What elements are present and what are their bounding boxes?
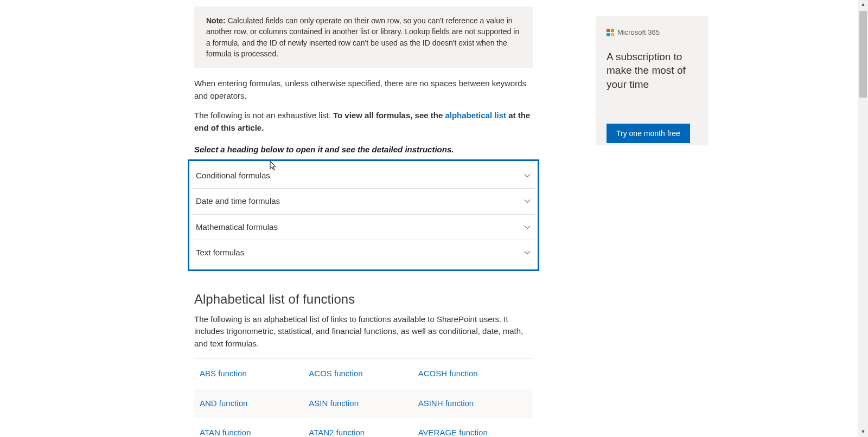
accordion-label: Date and time formulas xyxy=(196,195,280,208)
note-label: Note: xyxy=(206,16,226,25)
function-link[interactable]: ACOSH function xyxy=(418,369,478,378)
accordion-label: Conditional formulas xyxy=(196,170,270,182)
scrollbar-thumb[interactable] xyxy=(859,11,867,98)
exhaustive-pre: The following is not an exhaustive list. xyxy=(194,111,333,120)
function-link[interactable]: ASIN function xyxy=(309,399,359,408)
brand-text: Microsoft 365 xyxy=(617,27,660,38)
article-content: Note: Calculated fields can only operate… xyxy=(194,0,533,437)
try-one-month-free-button[interactable]: Try one month free xyxy=(607,124,690,143)
vertical-scrollbar[interactable]: ▲ ▼ xyxy=(858,0,868,437)
function-link[interactable]: ATAN2 function xyxy=(309,428,365,437)
function-link[interactable]: ABS function xyxy=(200,369,247,378)
chevron-down-icon xyxy=(524,249,531,256)
function-link[interactable]: ACOS function xyxy=(309,369,362,378)
accordion-date-time-formulas[interactable]: Date and time formulas xyxy=(193,189,534,215)
section-description: The following is an alphabetical list of… xyxy=(194,313,533,350)
function-link[interactable]: ATAN function xyxy=(200,428,251,437)
note-box: Note: Calculated fields can only operate… xyxy=(194,7,533,68)
note-text: Calculated fields can only operate on th… xyxy=(206,16,519,58)
sidebar-title: A subscription to make the most of your … xyxy=(607,50,698,92)
scroll-up-arrow-icon[interactable]: ▲ xyxy=(858,0,868,10)
table-row: ATAN function ATAN2 function AVERAGE fun… xyxy=(194,418,533,437)
function-link[interactable]: AVERAGE function xyxy=(418,428,488,437)
chevron-down-icon xyxy=(524,197,531,205)
function-link[interactable]: ASINH function xyxy=(418,399,474,408)
accordion-text-formulas[interactable]: Text formulas xyxy=(193,240,534,266)
paragraph-exhaustive: The following is not an exhaustive list.… xyxy=(194,110,533,134)
sidebar-promo: Microsoft 365 A subscription to make the… xyxy=(596,16,709,145)
accordion-label: Mathematical formulas xyxy=(196,221,278,234)
chevron-down-icon xyxy=(524,172,531,179)
table-row: ABS function ACOS function ACOSH functio… xyxy=(194,359,533,389)
select-heading: Select a heading below to open it and se… xyxy=(194,144,533,156)
accordion-label: Text formulas xyxy=(196,247,244,259)
accordion-conditional-formulas[interactable]: Conditional formulas xyxy=(193,163,534,189)
alphabetical-list-link[interactable]: alphabetical list xyxy=(445,111,506,120)
table-row: AND function ASIN function ASINH functio… xyxy=(194,389,533,419)
scroll-down-arrow-icon[interactable]: ▼ xyxy=(858,427,868,437)
microsoft-365-brand: Microsoft 365 xyxy=(607,27,698,38)
paragraph-spaces: When entering formulas, unless otherwise… xyxy=(194,78,533,102)
accordion-group: Conditional formulas Date and time formu… xyxy=(188,159,539,271)
microsoft-logo-icon xyxy=(607,29,614,36)
function-table: ABS function ACOS function ACOSH functio… xyxy=(194,358,533,437)
section-title: Alphabetical list of functions xyxy=(194,290,533,309)
chevron-down-icon xyxy=(524,223,531,231)
function-link[interactable]: AND function xyxy=(200,399,247,408)
exhaustive-bold1: To view all formulas, see the xyxy=(333,111,445,120)
accordion-mathematical-formulas[interactable]: Mathematical formulas xyxy=(193,215,534,241)
